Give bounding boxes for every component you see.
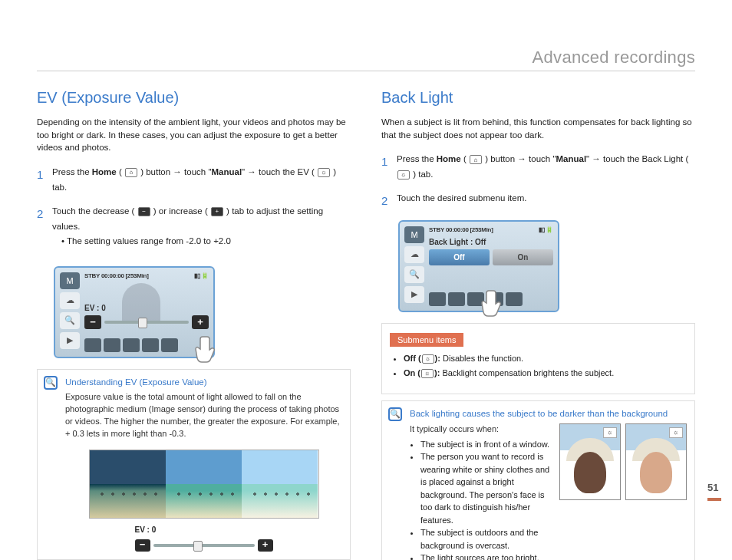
bl-lcd-figure: M ☁ 🔍 ▶ STBY 00:00:00 [253Min]▮▯ 🔋 Back … [398,220,695,312]
slider-track[interactable] [104,321,189,324]
home-label: Home [92,167,117,176]
stby-text: STBY 00:00:00 [253Min] [429,226,493,233]
t: ) or increase ( [151,206,210,216]
mini-slider-track [153,544,255,547]
bl-note-text: It typically occurs when: The subject is… [410,423,552,560]
bottom-icon [104,338,120,352]
t: " → touch the Back Light ( [586,154,688,163]
mode-icon: M [60,272,80,289]
bottom-icon [84,338,101,352]
t: ) button → touch " [138,167,212,176]
touch-hand-icon [478,288,512,326]
mini-increase-button: + [258,539,273,552]
over-exposed-image [242,450,318,518]
lcd-side-left: M ☁ 🔍 ▶ [60,272,81,352]
step-body: Press the Home ( ⌂ ) button → touch "Man… [397,152,695,182]
submenu-on: On (☼): Backlight compensation brightens… [404,366,687,380]
note-title: Understanding EV (Exposure Value) [65,376,342,389]
exposure-examples-figure [89,450,319,519]
normal-exposed-image [166,450,242,518]
submenu-list: Off (☼): Disables the function. On (☼): … [390,351,687,380]
left-column: EV (Exposure Value) Depending on the int… [37,44,351,560]
submenu-header: Submenu items [390,333,463,347]
bl-step-2: 2 Touch the desired submenu item. [381,191,695,211]
silhouette-graphic [122,283,160,321]
off-icon: ☼ [422,354,434,364]
lcd-screen: M ☁ 🔍 ▶ STBY 00:00:00 [253Min]▮▯ 🔋 EV : … [54,266,215,358]
increase-button[interactable]: + [192,315,209,329]
backlight-intro: When a subject is lit from behind, this … [381,116,695,141]
off-button[interactable]: Off [429,249,490,265]
submenu-box: Submenu items Off (☼): Disables the func… [381,323,695,394]
step-number: 2 [37,204,46,257]
wb-icon: ☁ [60,292,80,309]
note-icon: 🔍 [388,407,402,421]
ev-lcd-figure: M ☁ 🔍 ▶ STBY 00:00:00 [253Min]▮▯ 🔋 EV : … [54,266,351,358]
mini-slider-figure: EV : 0 − + [135,525,273,552]
t: ( [117,167,124,176]
bl-note-box: 🔍 Back lighting causes the subject to be… [381,400,695,560]
step-body: Touch the decrease ( − ) or increase ( +… [52,204,351,257]
bright-face-image: ☼ [625,423,687,500]
home-icon: ⌂ [470,155,482,164]
bl-note-body: It typically occurs when: The subject is… [410,423,687,560]
bl-value-label: Back Light : Off [429,238,553,246]
zoom-icon: 🔍 [60,312,80,329]
lcd-main: STBY 00:00:00 [253Min]▮▯ 🔋 EV : 0 − + [84,272,209,352]
mini-ev-label: EV : 0 [135,525,273,536]
ev-intro: Depending on the intensity of the ambien… [37,116,351,154]
bottom-icon [429,292,446,306]
t: " → touch the EV ( [242,167,317,176]
bottom-icon [142,338,159,352]
ev-title: EV (Exposure Value) [37,89,351,107]
lcd-side-left: M ☁ 🔍 ▶ [404,226,426,306]
bl-step-1: 1 Press the Home ( ⌂ ) button → touch "M… [381,152,695,182]
ev-tab-icon: ☼ [318,168,330,177]
wb-icon: ☁ [404,246,424,263]
right-column: Back Light When a subject is lit from be… [381,44,695,560]
battery-icon: ▮▯ 🔋 [194,272,209,279]
play-icon: ▶ [404,286,424,303]
dark-face-image: ☼ [559,423,621,500]
bl-badge-icon: ☼ [603,427,617,438]
step-number: 1 [381,152,391,182]
manual-label: Manual [211,167,242,176]
on-button[interactable]: On [493,249,553,265]
step-body: Touch the desired submenu item. [397,191,695,211]
bl-badge-icon: ☼ [669,427,683,438]
occurs-label: It typically occurs when: [410,423,552,436]
bottom-icon [123,338,140,352]
lcd-bottom-row [84,338,209,352]
decrease-button[interactable]: − [84,315,101,329]
bottom-icon [161,338,178,352]
t: The setting values range from -2.0 to +2… [67,236,231,245]
mode-icon: M [404,226,424,243]
t: Press the [52,167,92,176]
mini-decrease-button: − [135,539,150,552]
step-number: 1 [37,165,46,195]
lcd-screen: M ☁ 🔍 ▶ STBY 00:00:00 [253Min]▮▯ 🔋 Back … [398,220,559,312]
occurs-item: The subject is in front of a window. [420,438,552,451]
t: Press the [397,154,437,163]
note-body: Exposure value is the total amount of li… [65,391,342,440]
under-exposed-image [90,450,166,518]
note-icon: 🔍 [44,376,58,390]
on-icon: ☼ [421,369,434,378]
submenu-off: Off (☼): Disables the function. [404,351,687,366]
ev-note-box: 🔍 Understanding EV (Exposure Value) Expo… [37,369,351,560]
backlight-example-images: ☼ ☼ [559,423,687,560]
stby-text: STBY 00:00:00 [253Min] [84,272,149,279]
note-title: Back lighting causes the subject to be d… [410,407,687,420]
ev-step-1: 1 Press the Home ( ⌂ ) button → touch "M… [37,165,351,195]
page-body: EV (Exposure Value) Depending on the int… [0,0,732,560]
t: ) button → touch " [483,154,556,163]
ev-range-bullet: • The setting values range from -2.0 to … [61,234,351,249]
step-body: Press the Home ( ⌂ ) button → touch "Man… [52,165,351,195]
occurs-item: The light sources are too bright. [420,552,552,560]
ev-step-2: 2 Touch the decrease ( − ) or increase (… [37,204,351,257]
play-icon: ▶ [60,332,80,349]
ev-slider[interactable]: − + [84,315,209,329]
home-label: Home [437,154,461,163]
plus-icon: + [211,207,223,216]
backlight-title: Back Light [381,89,695,107]
